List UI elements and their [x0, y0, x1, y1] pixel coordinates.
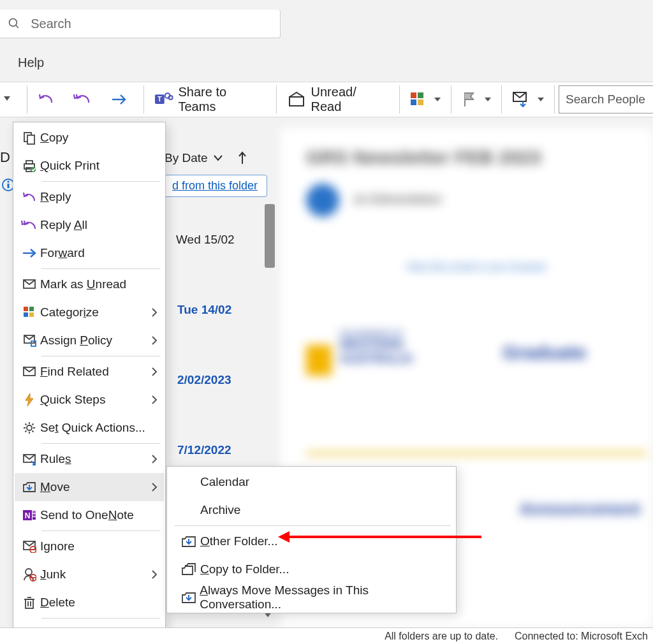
preview-grad: Graduate	[503, 342, 587, 363]
menu-reply-all[interactable]: Reply All	[15, 211, 164, 239]
folder-copy-icon	[177, 562, 200, 576]
menu-rules[interactable]: Rules	[15, 445, 164, 473]
msg-date-3[interactable]: 7/12/2022	[177, 443, 231, 457]
svg-rect-22	[26, 161, 33, 164]
folder-down-icon	[177, 534, 200, 548]
policy-icon	[18, 334, 40, 347]
menu-find-related[interactable]: Find Related	[15, 358, 164, 386]
redo-button[interactable]	[104, 84, 140, 115]
svg-rect-10	[290, 97, 304, 106]
preview-logo-row: THE UNIVERSITY OF WESTERN AUSTRALIA Grad…	[306, 330, 647, 376]
separator	[399, 85, 400, 113]
shield-icon	[306, 345, 332, 376]
tab-help[interactable]: Help	[0, 55, 55, 70]
separator	[41, 356, 160, 356]
send-receive-button[interactable]	[506, 84, 550, 115]
folder-down-icon	[177, 590, 200, 604]
move-to-calendar[interactable]: Calendar	[168, 468, 455, 496]
share-to-teams-button[interactable]: T Share to Teams	[148, 84, 272, 115]
svg-rect-12	[418, 92, 423, 98]
chevron-right-icon	[151, 367, 158, 376]
msg-date-0[interactable]: Wed 15/02	[176, 233, 235, 247]
search-people-input[interactable]: Search People	[559, 85, 653, 113]
preview-from: Jo Edmondston	[353, 192, 442, 206]
svg-rect-41	[33, 514, 36, 516]
chevron-down-icon	[538, 98, 544, 101]
undo-button[interactable]	[31, 84, 67, 115]
reply-all-icon	[18, 219, 40, 231]
chevron-down-icon	[213, 154, 223, 162]
annotation-arrow-head	[278, 531, 290, 543]
menu-set-quick-actions[interactable]: Set Quick Actions...	[15, 414, 164, 442]
msg-date-2[interactable]: 2/02/2023	[177, 373, 231, 387]
onenote-icon: N	[18, 508, 40, 522]
svg-rect-13	[411, 99, 416, 105]
menu-categorize[interactable]: Categorize	[15, 298, 164, 326]
separator	[41, 618, 160, 618]
svg-rect-32	[31, 341, 36, 346]
move-copy-to-folder[interactable]: Copy to Folder...	[168, 555, 455, 583]
reply-icon	[18, 191, 40, 203]
svg-point-9	[169, 96, 173, 99]
unread-read-label: Unread/ Read	[311, 85, 390, 114]
move-always-move[interactable]: Always Move Messages in This Conversatio…	[168, 583, 455, 611]
mail-arrow-icon	[512, 91, 529, 108]
menu-ignore[interactable]: Ignore	[15, 532, 164, 560]
menu-copy[interactable]: Copy	[15, 124, 164, 152]
trash-icon	[18, 596, 40, 610]
chevron-right-icon	[151, 455, 158, 464]
chevron-right-icon	[151, 308, 158, 317]
menu-quick-steps[interactable]: Quick Steps	[15, 386, 164, 414]
dropdown-icon	[3, 93, 11, 106]
arrow-up-icon[interactable]	[237, 151, 247, 165]
menu-mark-unread[interactable]: Mark as Unread	[15, 270, 164, 298]
categorize-button[interactable]	[404, 84, 447, 115]
teams-icon: T	[154, 91, 173, 108]
forward-arrow-icon	[110, 91, 128, 108]
unread-read-button[interactable]: Unread/ Read	[281, 84, 395, 115]
flag-button[interactable]	[455, 84, 497, 115]
folder-link[interactable]: d from this folder	[163, 175, 267, 197]
menu-move[interactable]: Move	[15, 473, 164, 501]
undo-all-icon	[73, 91, 92, 108]
msg-date-1[interactable]: Tue 14/02	[177, 303, 231, 317]
scrollbar-thumb[interactable]	[265, 204, 275, 268]
search-input[interactable]	[29, 16, 280, 32]
rules-icon	[18, 453, 40, 465]
status-bar: All folders are up to date. Connected to…	[0, 627, 653, 644]
chevron-right-icon	[151, 570, 158, 579]
svg-rect-27	[24, 307, 28, 311]
menu-send-onenote[interactable]: N Send to OneNote	[15, 501, 164, 529]
browser-note: View this email in your browser	[306, 261, 647, 273]
sort-by-date[interactable]: By Date	[165, 151, 247, 165]
move-to-archive[interactable]: Archive	[168, 496, 455, 524]
move-other-folder[interactable]: Other Folder...	[168, 527, 455, 555]
menu-reply[interactable]: Reply	[15, 183, 164, 211]
ribbon-dropdown-1[interactable]	[0, 84, 23, 115]
svg-rect-42	[33, 517, 36, 520]
svg-text:T: T	[158, 95, 162, 103]
categorize-icon	[18, 306, 40, 319]
svg-rect-4	[8, 184, 10, 188]
svg-rect-49	[26, 599, 33, 608]
share-to-teams-label: Share to Teams	[179, 85, 267, 114]
menu-quick-print[interactable]: Quick Print	[15, 152, 164, 180]
status-connected: Connected to: Microsoft Exch	[515, 631, 648, 642]
undo-all-button[interactable]	[67, 84, 104, 115]
separator	[143, 85, 144, 113]
move-icon	[18, 481, 40, 494]
separator	[41, 268, 160, 269]
menu-junk[interactable]: Junk	[15, 560, 164, 589]
menu-assign-policy[interactable]: Assign Policy	[15, 326, 164, 355]
copy-icon	[18, 131, 40, 145]
svg-rect-28	[29, 307, 34, 311]
yellow-separator	[306, 452, 647, 455]
status-folders: All folders are up to date.	[385, 631, 498, 642]
svg-point-0	[10, 18, 17, 26]
envelope-open-icon	[287, 92, 306, 107]
menu-delete[interactable]: Delete	[15, 589, 164, 617]
global-search[interactable]	[0, 10, 281, 38]
menu-forward[interactable]: Forward	[15, 239, 164, 267]
print-icon	[18, 159, 40, 173]
separator	[175, 525, 451, 526]
